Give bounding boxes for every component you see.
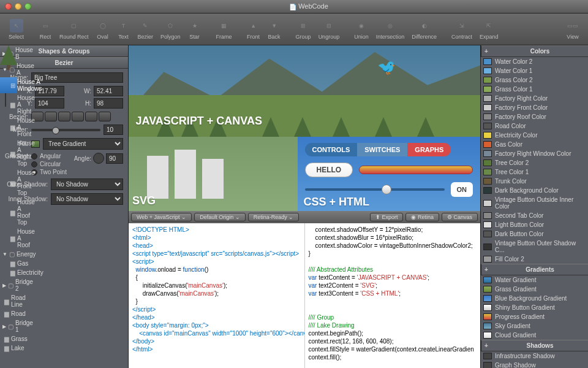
lang-dropdown[interactable]: Web + JavaScript ⌄ <box>131 213 192 221</box>
color-item[interactable]: Water Color 1 <box>481 66 588 75</box>
export-button[interactable]: ⬆ Export <box>370 213 404 221</box>
color-item[interactable]: Grass Color 1 <box>481 85 588 94</box>
tab-switches[interactable]: SWITCHES <box>357 143 407 156</box>
inner-shadow-select[interactable]: No Shadow <box>51 193 123 205</box>
tree-item[interactable]: ▆Road Line <box>0 293 17 309</box>
tool-oval[interactable]: ◯Oval <box>92 18 113 41</box>
color-item[interactable]: Vintage Button Outer Shadow C... <box>481 239 588 255</box>
close-button[interactable] <box>5 3 12 10</box>
gradient-item[interactable]: Blue Background Gradient <box>481 294 588 303</box>
tool-text[interactable]: TText <box>113 18 134 41</box>
color-item[interactable]: Grass Color 2 <box>481 75 588 85</box>
color-item[interactable]: Vintage Button Outside Inner Color <box>481 195 588 211</box>
color-item[interactable]: Light Button Color <box>481 220 588 229</box>
tool-frame[interactable]: ▦Frame <box>213 18 236 41</box>
color-item[interactable]: Factory Right Window Color <box>481 149 588 158</box>
color-item[interactable]: Road Color <box>481 121 588 131</box>
fill-select[interactable]: Tree Gradient <box>43 138 123 150</box>
retina-toggle[interactable]: ◉ Retina <box>405 213 439 221</box>
tree-item[interactable]: ▆Electricity <box>0 268 17 277</box>
tool-contract[interactable]: ⇲Contract <box>448 18 476 41</box>
tree-item[interactable]: ▼▢House A <box>0 61 17 77</box>
gradient-item[interactable]: Grass Gradient <box>481 285 588 294</box>
angle-dial[interactable] <box>93 153 104 164</box>
color-item[interactable]: Water Color 2 <box>481 57 588 66</box>
name-field[interactable] <box>31 72 123 83</box>
ui-slider[interactable] <box>305 188 445 191</box>
gradient-two-point-radio[interactable]: Two Point <box>31 169 67 175</box>
tool-star[interactable]: ★Star <box>184 18 205 41</box>
color-item[interactable]: Second Tab Color <box>481 211 588 220</box>
h-field[interactable] <box>94 98 123 109</box>
ui-tabs[interactable]: CONTROLS SWITCHES GRAPHS <box>305 143 473 156</box>
tool-expand[interactable]: ⇱Expand <box>476 18 502 41</box>
gradient-item[interactable]: Progress Gradient <box>481 312 588 321</box>
w-field[interactable] <box>94 86 123 96</box>
tree-item[interactable]: ▶▢House B <box>0 45 17 61</box>
color-item[interactable]: Factory Right Color <box>481 94 588 103</box>
tree-item[interactable]: ▆House A Front Top <box>0 168 17 197</box>
shadow-item[interactable]: Infrastructure Shadow <box>481 351 588 361</box>
gradient-item[interactable]: Cloud Gradient <box>481 331 588 340</box>
minimize-button[interactable] <box>15 3 21 10</box>
color-item[interactable]: Factory Roof Color <box>481 112 588 121</box>
gradient-item[interactable]: Sky Gradient <box>481 321 588 331</box>
color-item[interactable]: Gas Color <box>481 140 588 149</box>
add-color-button[interactable]: + <box>481 48 491 55</box>
color-item[interactable]: Trunk Color <box>481 177 588 186</box>
tree-item[interactable]: ⊞House A Windows <box>0 77 17 93</box>
gradient-item[interactable]: Water Gradient <box>481 275 588 285</box>
code-right-pane[interactable]: context.shadowOffsetY = 12*pixelRatio; c… <box>304 223 481 368</box>
color-item[interactable]: Tree Color 1 <box>481 167 588 177</box>
tree-item[interactable]: ▆House A Right Top <box>0 139 17 168</box>
tree-item[interactable]: ▆House A Front <box>0 116 17 139</box>
outer-shadow-select[interactable]: No Shadow <box>51 178 123 190</box>
tree-item[interactable]: ▆Road <box>0 309 17 318</box>
tool-rect[interactable]: ▭Rect <box>35 18 56 41</box>
tab-controls[interactable]: CONTROLS <box>305 143 358 156</box>
tree-item[interactable]: ▶▢Bridge 1 <box>0 318 17 334</box>
tool-union[interactable]: ◉Union <box>350 18 372 41</box>
tool-back[interactable]: ▼Back <box>264 18 285 41</box>
tool-polygon[interactable]: ⬠Polygon <box>157 18 184 41</box>
bezier-mode-buttons[interactable] <box>31 112 111 121</box>
add-gradient-button[interactable]: + <box>481 266 491 273</box>
angle-field[interactable] <box>106 153 123 164</box>
miter-slider[interactable] <box>31 129 100 131</box>
hello-button[interactable]: HELLO <box>305 163 353 177</box>
add-shadow-button[interactable]: + <box>481 342 491 349</box>
color-item[interactable]: Fill Color 2 <box>481 255 588 264</box>
tool-ungroup[interactable]: ⊟Ungroup <box>315 18 344 41</box>
tool-front[interactable]: ▲Front <box>243 18 264 41</box>
color-item[interactable]: Dark Button Color <box>481 229 588 239</box>
miter-field[interactable] <box>104 125 123 135</box>
on-switch[interactable]: ON <box>451 182 473 197</box>
color-item[interactable]: Dark Background Color <box>481 186 588 195</box>
color-item[interactable]: Tree Color 2 <box>481 158 588 167</box>
zoom-button[interactable] <box>24 3 31 10</box>
canvas-toggle[interactable]: ⚙ Canvas <box>442 213 478 221</box>
tool-intersection[interactable]: ◎Intersection <box>372 18 409 41</box>
gradient-angular-radio[interactable]: Angular <box>31 153 67 159</box>
tool-select[interactable]: ↖Select <box>5 18 28 41</box>
retina-dropdown[interactable]: Retina-Ready ⌄ <box>248 213 300 221</box>
gradient-item[interactable]: Shiny Button Gradient <box>481 303 588 312</box>
tree-item[interactable]: ▆House A Right <box>0 93 17 116</box>
tree-item[interactable]: ▼▢Energy <box>0 250 17 259</box>
gradient-circular-radio[interactable]: Circular <box>31 161 67 167</box>
color-item[interactable]: Electricity Color <box>481 131 588 140</box>
tab-graphs[interactable]: GRAPHS <box>407 143 451 156</box>
tree-item[interactable]: ▶▢Bridge 2 <box>0 277 17 293</box>
canvas-preview[interactable]: 🐦 JAVASCRIPT + CANVAS SVG <box>129 45 480 211</box>
origin-dropdown[interactable]: Default Origin ⌄ <box>194 213 246 221</box>
tree-item[interactable]: ▆Gas <box>0 259 17 268</box>
tool-group[interactable]: ⊞Group <box>292 18 315 41</box>
tree-item[interactable]: ▆House A Roof <box>0 227 17 250</box>
color-item[interactable]: Factory Front Color <box>481 103 588 112</box>
y-field[interactable] <box>35 98 64 109</box>
code-left-pane[interactable]: <!DOCTYPE HTML> <html> <head> <script ty… <box>129 223 304 368</box>
view-toggle[interactable]: ▭▭View <box>562 18 583 41</box>
tool-bezier[interactable]: ✎Bezier <box>134 18 157 41</box>
tool-difference[interactable]: ◐Difference <box>408 18 440 41</box>
tree-item[interactable]: ▆House A Roof Top <box>0 197 17 227</box>
